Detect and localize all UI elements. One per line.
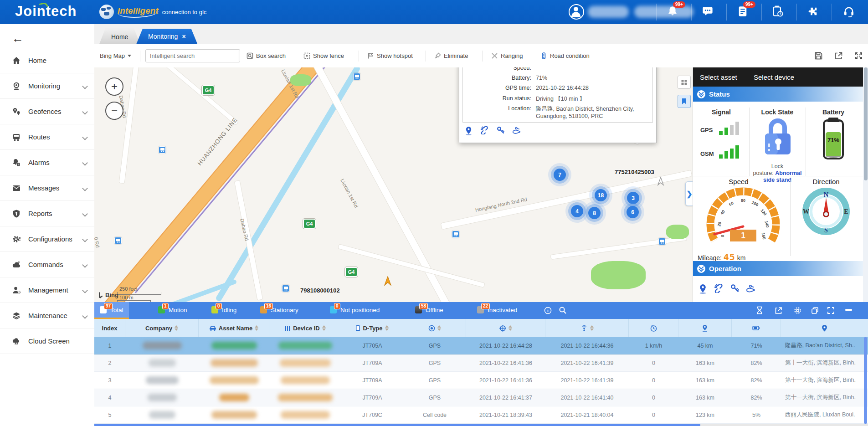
back-button[interactable]: ←	[12, 32, 24, 44]
takeover-icon[interactable]	[746, 284, 756, 296]
table-vertical-scrollbar[interactable]	[864, 337, 867, 424]
show-fence-button[interactable]: Show fence	[303, 44, 344, 67]
operation-section-header[interactable]: Operation	[693, 261, 863, 276]
save-view-button[interactable]	[814, 44, 823, 67]
locate-icon[interactable]	[699, 284, 707, 296]
panel-scrollbar[interactable]	[863, 67, 868, 302]
table-row[interactable]: 2 JT709A GPS 2021-10-22 16:41:36 2021-10…	[94, 354, 868, 372]
table-row[interactable]: 4 JT709A GPS 2021-10-22 16:41:37 2021-10…	[94, 389, 868, 406]
work-orders-button[interactable]: 99+	[737, 5, 750, 19]
sidebar-item-geofences[interactable]: Geofences	[0, 99, 94, 124]
col-gps-time[interactable]	[466, 319, 545, 337]
cluster-marker[interactable]: 8	[588, 207, 601, 219]
expand-map-button[interactable]	[854, 44, 863, 67]
unlock-icon[interactable]	[497, 126, 504, 137]
table-row[interactable]: 3 JT709A GPS 2021-10-22 16:41:36 2021-10…	[94, 372, 868, 389]
cluster-marker[interactable]: 7	[554, 169, 566, 181]
tab-monitoring[interactable]: Monitoring ×	[136, 29, 198, 44]
bus-stop-icon[interactable]	[658, 238, 666, 245]
col-location[interactable]	[781, 319, 868, 337]
collapse-panel-tab[interactable]: ❯	[685, 181, 693, 206]
sidebar-item-maintenance[interactable]: Maintenance	[0, 303, 94, 328]
minimize-icon[interactable]	[844, 306, 853, 315]
layers-panel-button[interactable]	[678, 76, 691, 89]
chat-button[interactable]	[702, 5, 715, 19]
sidebar-item-commands[interactable]: Commands	[0, 252, 94, 277]
cluster-marker[interactable]: 4	[571, 205, 583, 217]
col-company[interactable]: Company	[125, 319, 199, 337]
sidebar-item-messages[interactable]: Messages	[0, 175, 94, 201]
close-tab-icon[interactable]: ×	[182, 33, 185, 40]
col-d-type[interactable]: D-Type	[341, 319, 403, 337]
table-row[interactable]: 5 JT709C Cell code 2021-10-21 18:39:43 2…	[94, 406, 868, 424]
sidebar-item-management[interactable]: Management	[0, 277, 94, 303]
table-horizontal-scrollbar[interactable]	[94, 424, 868, 426]
bus-stop-icon[interactable]	[159, 146, 166, 154]
notifications-button[interactable]: 99+	[667, 5, 680, 19]
col-speed[interactable]	[629, 319, 678, 337]
col-position-type[interactable]	[403, 319, 466, 337]
col-mileage[interactable]	[678, 319, 732, 337]
support-button[interactable]	[843, 5, 857, 19]
unlock-icon[interactable]	[730, 284, 739, 296]
col-battery[interactable]	[732, 319, 781, 337]
bus-stop-icon[interactable]	[282, 285, 289, 292]
road-condition-button[interactable]: Road condition	[540, 44, 590, 67]
show-hotspot-button[interactable]: Show hotspot	[367, 44, 413, 67]
col-asset-name[interactable]: Asset Name	[199, 319, 269, 337]
sidebar-item-cloud-screen[interactable]: Cloud Screen	[0, 328, 94, 354]
schedule-button[interactable]	[772, 5, 786, 19]
tab-home[interactable]: Home	[99, 29, 140, 45]
filter-tab-offline[interactable]: 58 Offline	[410, 302, 449, 318]
export-view-button[interactable]	[834, 44, 843, 67]
takeover-icon[interactable]	[512, 126, 521, 137]
plugins-button[interactable]	[807, 5, 821, 19]
search-icon[interactable]	[558, 306, 567, 315]
cluster-marker[interactable]: 18	[595, 189, 607, 201]
track-icon[interactable]	[480, 126, 489, 137]
vehicle-marker-icon[interactable]	[383, 276, 392, 286]
tab-select-asset[interactable]: Select asset	[700, 67, 737, 88]
locate-icon[interactable]	[465, 126, 473, 137]
sidebar-item-home[interactable]: Home	[0, 48, 94, 73]
col-device-id[interactable]: Device ID	[269, 319, 341, 337]
cluster-marker[interactable]: 6	[627, 206, 639, 218]
cluster-marker[interactable]: 3	[627, 192, 639, 204]
bookmark-panel-button[interactable]	[678, 95, 691, 108]
filter-tab-total[interactable]: 97 Total	[94, 302, 129, 319]
sidebar-item-routes[interactable]: Routes	[0, 124, 94, 150]
bus-stop-icon[interactable]	[353, 73, 360, 80]
filter-tab-motion[interactable]: 1 Motion	[153, 302, 193, 318]
map-canvas[interactable]: HUANZHONG LINE HUANZHONG LINE Liuxian 1s…	[94, 67, 693, 302]
bus-stop-icon[interactable]	[452, 231, 459, 238]
sidebar-item-monitoring[interactable]: Monitoring	[0, 73, 94, 99]
ranging-button[interactable]: Ranging	[491, 44, 523, 67]
copy-icon[interactable]	[810, 306, 819, 315]
eliminate-button[interactable]: Eliminate	[434, 44, 468, 67]
sidebar-item-alarms[interactable]: Alarms	[0, 150, 94, 175]
sidebar-item-reports[interactable]: Reports	[0, 201, 94, 226]
filter-tab-idling[interactable]: 0 Idling	[206, 302, 242, 318]
tab-select-device[interactable]: Select device	[754, 67, 794, 87]
track-icon[interactable]	[714, 284, 724, 296]
map-provider-dropdown[interactable]: Bing Map	[100, 44, 131, 67]
zoom-out-button[interactable]: −	[105, 102, 123, 120]
history-hourglass-icon[interactable]	[755, 306, 764, 315]
brand-tagline: Intelligent connection to glc	[99, 5, 206, 19]
fullscreen-icon[interactable]	[826, 306, 835, 315]
status-section-header[interactable]: Status	[693, 87, 863, 102]
intelligent-search-input[interactable]	[145, 49, 240, 62]
filter-tab-not-positioned[interactable]: 0 Not positioned	[324, 302, 385, 318]
filter-tab-inactivated[interactable]: 22 Inactivated	[472, 302, 523, 318]
box-search-button[interactable]: Box search	[246, 44, 286, 67]
col-index[interactable]: Index	[94, 319, 125, 337]
bus-stop-icon[interactable]	[114, 237, 122, 244]
settings-gear-icon[interactable]	[793, 306, 802, 315]
col-receive-time[interactable]	[545, 319, 629, 337]
info-icon[interactable]	[543, 306, 552, 315]
export-list-icon[interactable]	[774, 306, 783, 315]
filter-tab-stationary[interactable]: 16 Stationary	[255, 302, 304, 318]
sidebar-item-configurations[interactable]: Configurations	[0, 226, 94, 252]
zoom-in-button[interactable]: +	[105, 77, 123, 96]
table-row[interactable]: 1 JT705A GPS 2021-10-22 16:44:28 2021-10…	[94, 337, 868, 354]
